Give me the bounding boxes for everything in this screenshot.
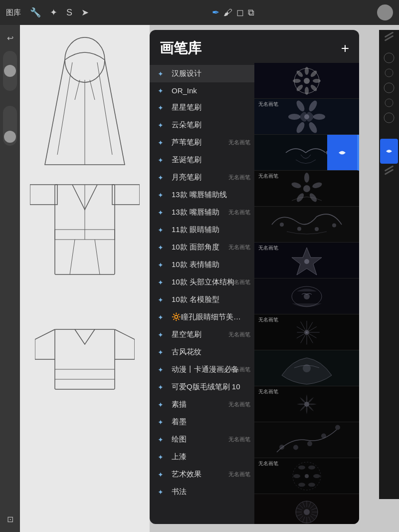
category-item-hanfu[interactable]: ✦ 汉服设计: [150, 65, 254, 82]
category-item-cloud[interactable]: ✦ 云朵笔刷: [150, 116, 254, 134]
category-item-calli[interactable]: ✦ 书法: [150, 483, 254, 501]
left-sidebar: ↩ ⊡: [0, 25, 20, 532]
brush-preview-item[interactable]: 无名画笔: [254, 458, 359, 494]
hanfu-jacket-sketch: [35, 309, 135, 409]
category-item-eye11[interactable]: ✦ 11款 眼睛辅助: [150, 221, 254, 239]
category-item-starsky[interactable]: ✦ 星空笔刷 无名画笔: [150, 326, 254, 343]
svg-rect-9: [55, 329, 115, 389]
pen-tool-icon[interactable]: ✒: [212, 7, 219, 18]
category-label: 上漆: [172, 452, 187, 462]
category-label: 10款 面部角度: [172, 243, 219, 252]
category-sublabel: 无名画笔: [228, 278, 250, 286]
arrow-icon[interactable]: ➤: [81, 7, 89, 18]
svg-point-26: [295, 99, 306, 112]
brush-preview-item[interactable]: [254, 135, 359, 171]
brush-preview-item[interactable]: [254, 63, 359, 99]
category-item-pore[interactable]: ✦ 🔆瞳孔眼睛细节美腿...: [150, 308, 254, 326]
brush-preview-item[interactable]: 无名画笔: [254, 171, 359, 207]
category-item-paint[interactable]: ✦ 上漆: [150, 448, 254, 466]
svg-point-93: [384, 113, 394, 123]
square-tool-button[interactable]: ⊡: [2, 511, 18, 527]
size-slider[interactable]: [3, 106, 17, 146]
svg-point-23: [307, 121, 318, 134]
svg-point-66: [298, 483, 305, 487]
add-brush-button[interactable]: +: [341, 40, 349, 56]
category-label: OR_Ink: [172, 86, 197, 95]
category-item-lip13b[interactable]: ✦ 13款 嘴唇辅助 无名画笔: [150, 204, 254, 221]
svg-rect-4: [112, 185, 140, 205]
category-label: 13款 嘴唇辅助线: [172, 190, 227, 200]
preview-label: 无名画笔: [258, 173, 278, 180]
category-label: 艺术效果: [172, 470, 201, 479]
gallery-button[interactable]: 图库: [6, 8, 21, 17]
brush-preview-item[interactable]: [254, 350, 359, 386]
brush-preview-item[interactable]: 无名画笔: [254, 243, 359, 278]
category-icon: ✦: [158, 226, 167, 234]
brush-panel-body: ✦ 汉服设计 ✦ OR_Ink ✦ 星星笔刷 ✦ 云朵笔刷 ✦ 芦苇笔刷 无名画…: [150, 63, 359, 524]
svg-point-19: [305, 67, 309, 75]
opacity-slider[interactable]: [3, 51, 17, 91]
category-item-gufeng[interactable]: ✦ 古风花纹: [150, 343, 254, 361]
category-label: 汉服设计: [172, 69, 201, 78]
category-icon: ✦: [158, 436, 167, 444]
svg-point-39: [332, 223, 336, 227]
eraser-tool-icon[interactable]: ◻: [236, 7, 244, 18]
category-item-ink[interactable]: ✦ 着墨: [150, 413, 254, 431]
category-item-moon[interactable]: ✦ 月亮笔刷 无名画笔: [150, 169, 254, 186]
svg-point-88: [304, 509, 310, 515]
category-item-face10[interactable]: ✦ 10款 面部角度 无名画笔: [150, 239, 254, 256]
brush-panel: 画笔库 + ✦ 汉服设计 ✦ OR_Ink ✦ 星星笔刷 ✦ 云朵笔刷 ✦ 芦苇…: [150, 30, 359, 524]
category-sublabel: 无名画笔: [228, 244, 250, 251]
category-item-anime[interactable]: ✦ 动漫丨卡通漫画必备 无名画笔: [150, 361, 254, 378]
category-item-star[interactable]: ✦ 星星笔刷: [150, 99, 254, 116]
preview-art: [254, 207, 359, 242]
category-label: 圣诞笔刷: [172, 155, 201, 165]
brush-preview-item[interactable]: [254, 422, 359, 458]
svg-point-89: [384, 53, 394, 63]
category-item-head10[interactable]: ✦ 10款 头部立体结构 无名画笔: [150, 273, 254, 291]
category-item-art[interactable]: ✦ 艺术效果 无名画笔: [150, 466, 254, 483]
category-item-sketch[interactable]: ✦ 素描 无名画笔: [150, 396, 254, 413]
brush-preview-item[interactable]: [254, 494, 359, 524]
category-item-or_ink[interactable]: ✦ OR_Ink: [150, 82, 254, 99]
layers-icon[interactable]: ⧉: [248, 7, 254, 18]
category-item-reed[interactable]: ✦ 芦苇笔刷 无名画笔: [150, 134, 254, 151]
preview-label: 无名画笔: [258, 245, 278, 252]
category-item-cute[interactable]: ✦ 可爱Q版毛绒笔刷 10: [150, 378, 254, 396]
svg-point-40: [304, 259, 309, 264]
magic-icon[interactable]: ✦: [50, 7, 57, 18]
brush-preview-item[interactable]: 无名画笔: [254, 386, 359, 422]
brush-preview-item[interactable]: [254, 278, 359, 314]
category-item-lip13[interactable]: ✦ 13款 嘴唇辅助线: [150, 186, 254, 204]
category-icon: ✦: [158, 366, 167, 374]
blue-selection-block[interactable]: [380, 139, 398, 164]
size-thumb: [4, 131, 16, 143]
category-label: 古风花纹: [172, 347, 201, 357]
wrench-icon[interactable]: 🔧: [30, 7, 41, 18]
preview-art: [254, 494, 359, 524]
svg-point-70: [305, 474, 309, 478]
category-item-expr10[interactable]: ✦ 10款 表情辅助: [150, 256, 254, 273]
category-item-draw[interactable]: ✦ 绘图 无名画笔: [150, 431, 254, 448]
category-item-xmas[interactable]: ✦ 圣诞笔刷: [150, 151, 254, 169]
undo-button[interactable]: ↩: [2, 30, 18, 46]
category-item-model10[interactable]: ✦ 10款 名模脸型: [150, 291, 254, 308]
svg-point-25: [288, 114, 300, 120]
brush-previews: 无名画笔 无名画笔: [254, 63, 359, 524]
preview-label: 无名画笔: [258, 316, 278, 323]
sketch-area: [20, 25, 150, 532]
category-label: 绘图: [172, 435, 187, 444]
svg-point-13: [313, 79, 321, 83]
brush-preview-item[interactable]: [254, 207, 359, 243]
hanfu-robe-sketch: [30, 170, 140, 319]
smudge-icon[interactable]: S: [66, 7, 72, 18]
svg-point-62: [335, 425, 340, 430]
category-icon: ✦: [158, 244, 167, 252]
svg-point-91: [384, 83, 394, 93]
category-sublabel: 无名画笔: [228, 174, 250, 181]
brush-tool-icon[interactable]: 🖌: [223, 7, 232, 18]
brush-preview-item[interactable]: 无名画笔: [254, 99, 359, 135]
avatar-button[interactable]: [377, 4, 393, 20]
brush-preview-item[interactable]: 无名画笔: [254, 314, 359, 350]
category-icon: ✦: [158, 453, 167, 461]
